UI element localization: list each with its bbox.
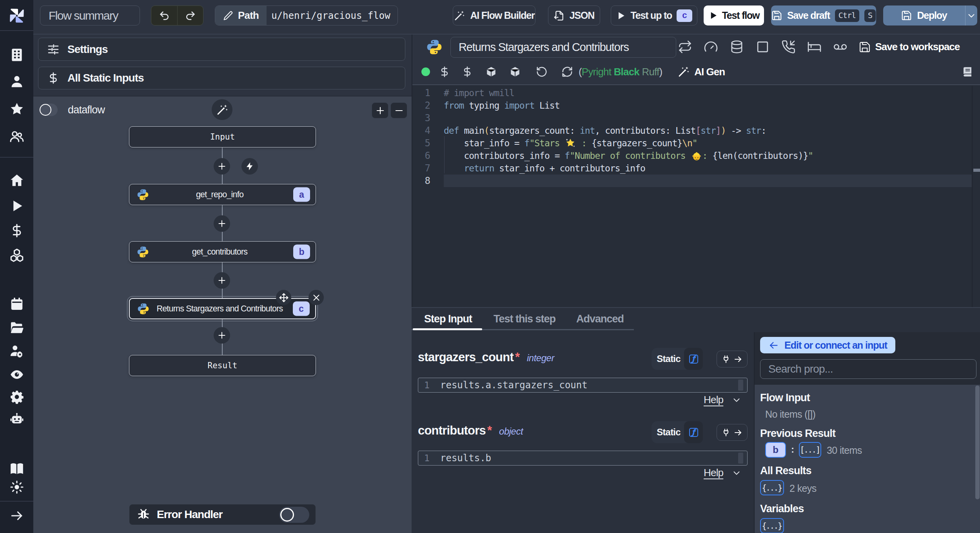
error-handler-toggle[interactable]: [279, 507, 309, 523]
code-line-3[interactable]: 3: [412, 112, 972, 124]
zoom-in-button[interactable]: [372, 102, 388, 118]
javascript-expr-toggle[interactable]: ƒ: [684, 421, 703, 443]
path-field[interactable]: Path u/henri/gracious_flow: [215, 5, 398, 25]
test-up-to-button[interactable]: Test up toc: [611, 5, 697, 25]
test-flow-button[interactable]: Test flow: [704, 5, 764, 25]
add-step-button[interactable]: [214, 158, 230, 175]
search-prop-input[interactable]: Search prop...: [760, 359, 976, 379]
edit-or-connect-button[interactable]: Edit or connect an input: [760, 337, 895, 353]
javascript-expr-toggle[interactable]: ƒ: [684, 348, 703, 370]
sidebar-item-apps[interactable]: [0, 46, 33, 64]
deploy-main[interactable]: Deploy: [883, 5, 965, 25]
mini-scrollbar: [738, 453, 743, 464]
static-toggle[interactable]: Static ƒ: [652, 421, 703, 443]
flow-summary-button[interactable]: Flow summary: [40, 5, 140, 25]
sidebar-item-workers[interactable]: [0, 342, 33, 360]
previous-result-value-badge[interactable]: [...]: [799, 442, 821, 458]
sidebar-item-resources[interactable]: [0, 247, 33, 264]
static-toggle[interactable]: Static ƒ: [652, 348, 703, 370]
variables-icon[interactable]: [439, 66, 450, 78]
sidebar-item-settings[interactable]: [0, 388, 33, 406]
node-label: Input: [129, 132, 316, 142]
code-line-4[interactable]: 4def main(stargazers_count: int, contrib…: [412, 124, 972, 137]
sidebar-item-groups[interactable]: [0, 128, 33, 145]
ai-flow-builder-button[interactable]: AI Flow Builder: [453, 5, 535, 25]
sidebar-item-docs[interactable]: [0, 460, 33, 477]
sidebar-item-favorites[interactable]: [0, 100, 33, 118]
deploy-button[interactable]: Deploy: [883, 5, 977, 25]
sidebar-item-user[interactable]: [0, 73, 33, 90]
code-line-7[interactable]: 7 return star_info + contributors_info: [412, 162, 972, 175]
deploy-dropdown-button[interactable]: [965, 5, 977, 25]
tab-advanced[interactable]: Advanced: [576, 308, 624, 330]
dataflow-toggle[interactable]: [39, 104, 58, 116]
suspend-icon[interactable]: [781, 40, 796, 54]
code-line-8[interactable]: 8: [412, 175, 972, 187]
flow-node-get-repo-info[interactable]: get_repo_info a: [129, 184, 316, 205]
connect-input-button[interactable]: [717, 424, 748, 441]
zoom-out-button[interactable]: [390, 102, 407, 118]
all-static-inputs-row[interactable]: All Static Inputs: [38, 67, 405, 89]
delete-node-button[interactable]: [309, 290, 324, 305]
code-line-2[interactable]: 2from typing import List: [412, 99, 972, 112]
history-icon[interactable]: [536, 66, 548, 78]
help-link[interactable]: Help: [704, 394, 741, 406]
prop-panel-scrollbar[interactable]: [975, 386, 980, 499]
python-icon: [136, 188, 149, 201]
add-step-button[interactable]: [214, 215, 230, 232]
flow-node-get-contributors[interactable]: get_contributors b: [129, 241, 316, 262]
sidebar-item-schedules[interactable]: [0, 295, 33, 313]
early-stop-icon[interactable]: [755, 40, 770, 54]
settings-row[interactable]: Settings: [38, 38, 405, 61]
error-handler-node[interactable]: Error Handler: [129, 504, 316, 525]
graph-ai-wand-button[interactable]: [212, 99, 232, 120]
reload-assistants-icon[interactable]: [561, 66, 573, 78]
resource-types-icon[interactable]: [509, 66, 521, 78]
previous-result-key-badge[interactable]: b: [765, 442, 786, 458]
tab-test-this-step[interactable]: Test this step: [494, 308, 555, 330]
sidebar-item-ai[interactable]: [0, 411, 33, 428]
sidebar-item-runs[interactable]: [0, 197, 33, 215]
step-name-input[interactable]: Returns Stargazers and Contributors: [450, 37, 676, 58]
path-chip[interactable]: Path: [215, 6, 267, 25]
retries-icon[interactable]: [678, 40, 692, 54]
save-to-workspace-button[interactable]: Save to workspace: [859, 41, 960, 53]
sidebar-item-folders[interactable]: [0, 319, 33, 336]
tab-step-input[interactable]: Step Input: [424, 308, 472, 330]
add-trigger-button[interactable]: [241, 158, 258, 175]
code-editor[interactable]: 1# import wmill2from typing import List3…: [412, 86, 980, 307]
sidebar-item-expand[interactable]: [0, 507, 33, 524]
mock-icon[interactable]: [833, 40, 848, 54]
concurrency-icon[interactable]: [704, 40, 718, 54]
move-node-handle[interactable]: [276, 290, 291, 305]
connect-input-button[interactable]: [717, 351, 748, 367]
code-line-5[interactable]: 5 star_info = f"Stars : {stargazers_coun…: [412, 137, 972, 149]
flow-node-result[interactable]: Result: [129, 355, 316, 376]
save-draft-button[interactable]: Save draftCtrlS: [771, 5, 876, 25]
expr-editor-stargazers[interactable]: 1 results.a.stargazers_count: [418, 378, 748, 393]
flow-node-input[interactable]: Input: [129, 126, 316, 147]
sidebar-item-home[interactable]: [0, 172, 33, 189]
sleep-icon[interactable]: [807, 40, 822, 54]
variables-value-badge[interactable]: {...}: [760, 518, 784, 533]
sidebar-item-variables[interactable]: [0, 222, 33, 239]
documentation-icon[interactable]: [962, 66, 973, 78]
add-step-button[interactable]: [214, 327, 230, 344]
sidebar-item-theme[interactable]: [0, 478, 33, 496]
expr-editor-contributors[interactable]: 1 results.b: [418, 451, 748, 466]
help-link[interactable]: Help: [704, 467, 741, 479]
resources-icon[interactable]: [485, 66, 497, 78]
json-button[interactable]: JSON: [548, 5, 600, 25]
contextual-variables-icon[interactable]: [461, 66, 473, 78]
add-step-button[interactable]: [214, 272, 230, 289]
ai-gen-button[interactable]: AI Gen: [678, 66, 725, 78]
code-line-1[interactable]: 1# import wmill: [412, 87, 972, 99]
windmill-logo[interactable]: [7, 6, 26, 25]
redo-button[interactable]: [177, 6, 203, 25]
cache-icon[interactable]: [730, 40, 744, 54]
sidebar-item-audit-logs[interactable]: [0, 366, 33, 383]
all-results-value-badge[interactable]: {...}: [760, 480, 784, 495]
code-line-6[interactable]: 6 contributors_info = f"Number of contri…: [412, 149, 972, 162]
undo-button[interactable]: [151, 6, 177, 25]
fx-icon: ƒ: [689, 355, 698, 364]
